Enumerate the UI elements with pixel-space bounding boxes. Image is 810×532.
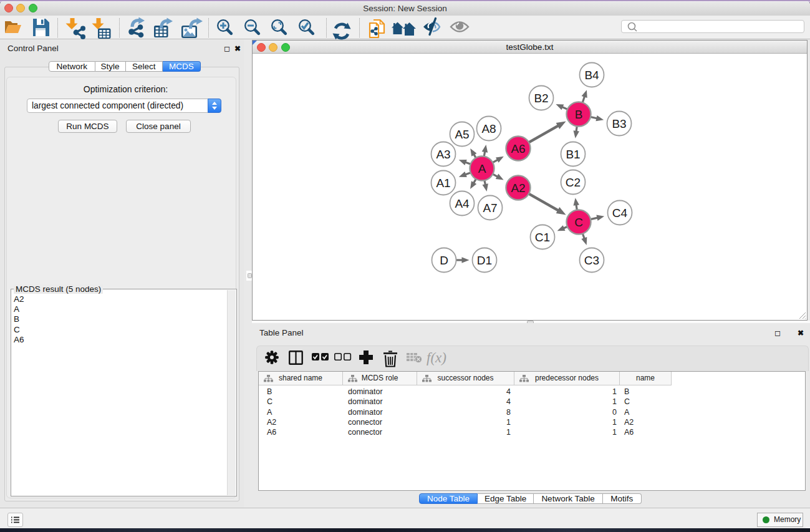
svg-text:A3: A3: [436, 148, 450, 161]
svg-text:D: D: [440, 254, 448, 267]
svg-text:A7: A7: [483, 201, 497, 215]
svg-text:C3: C3: [584, 254, 599, 267]
svg-text:C: C: [574, 216, 583, 229]
svg-text:B: B: [575, 108, 583, 121]
svg-text:B4: B4: [584, 69, 599, 82]
svg-text:f(x): f(x): [427, 350, 446, 365]
svg-text:B1: B1: [566, 148, 580, 161]
svg-text:C2: C2: [566, 176, 581, 189]
svg-text:A5: A5: [455, 128, 469, 141]
svg-text:A1: A1: [436, 177, 450, 190]
svg-text:C4: C4: [612, 206, 628, 220]
svg-text:B2: B2: [534, 92, 548, 105]
svg-text:B3: B3: [612, 117, 626, 130]
svg-text:A8: A8: [481, 122, 496, 135]
svg-text:A2: A2: [511, 181, 525, 195]
svg-text:A: A: [478, 162, 486, 175]
svg-text:A6: A6: [511, 142, 525, 155]
svg-text:A4: A4: [455, 197, 470, 210]
svg-text:C1: C1: [535, 231, 550, 244]
svg-text:D1: D1: [477, 254, 492, 267]
